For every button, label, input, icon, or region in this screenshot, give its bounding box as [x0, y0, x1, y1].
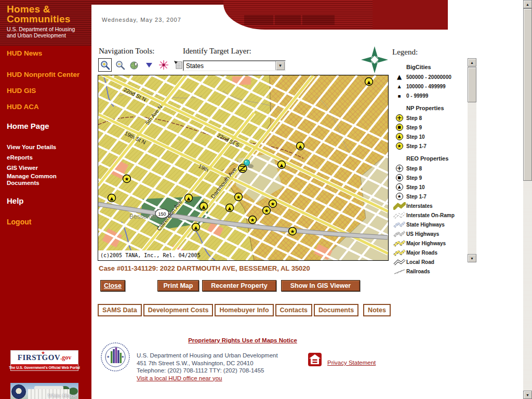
sidebar-item-help[interactable]: Help: [7, 196, 24, 205]
sidebar-item-view-details[interactable]: View Your Details: [7, 144, 72, 151]
railroad-line-icon: [393, 268, 406, 275]
firstgov-logo[interactable]: ★ FIRSTGOV.gov The U.S. Government's Off…: [10, 350, 78, 371]
sidebar-item-manage-docs[interactable]: Manage Common Documents: [7, 173, 72, 187]
tab-homebuyer-info[interactable]: Homebuyer Info: [215, 304, 273, 316]
select-dropdown-button[interactable]: ▼: [275, 61, 285, 70]
sidebar-item-hud-aca[interactable]: HUD ACA: [7, 103, 39, 111]
page-scrollbar-thumb[interactable]: [523, 8, 532, 181]
legend-label: Step 9: [406, 125, 422, 130]
identify-tool[interactable]: [157, 59, 170, 71]
us-highway-line-icon: [393, 230, 406, 238]
legend-label: Major Roads: [406, 250, 437, 256]
svg-text:★: ★: [236, 194, 241, 200]
visit-hud-office-link[interactable]: Visit a local HUD office near you: [137, 375, 222, 381]
sidebar-item-hud-news[interactable]: HUD News: [7, 49, 42, 57]
legend-label: Step 10: [406, 184, 425, 190]
tab-documents[interactable]: Documents: [314, 304, 358, 316]
layer-dropdown-tool[interactable]: [143, 59, 155, 71]
onramp-line-icon: [393, 211, 406, 219]
map-canvas: 150 22nd St N 22nd St S 19th St N 19th 5…: [98, 75, 388, 260]
sidebar: Homes & Communities U.S. Department of H…: [0, 0, 91, 399]
svg-text:★: ★: [125, 176, 129, 182]
sidebar-item-hud-gis[interactable]: HUD GIS: [7, 87, 36, 95]
major-highway-line-icon: [393, 240, 406, 247]
current-date: Wednesday, May 23, 2007: [102, 17, 181, 23]
legend-scroll-up-icon[interactable]: ▲: [468, 58, 476, 66]
target-layer-select[interactable]: States ▼: [183, 60, 286, 71]
bigcity-small-icon: ▲: [397, 84, 401, 89]
site-logo[interactable]: Homes & Communities U.S. Department of H…: [0, 0, 91, 46]
reo-plus-icon: +: [396, 165, 402, 171]
zoom-in-tool[interactable]: [98, 58, 112, 72]
legend-label: 0 - 99999: [406, 93, 428, 99]
legend-label: Interstate On-Ramp: [406, 212, 455, 218]
privacy-statement-link[interactable]: Privacy Statement: [327, 360, 376, 366]
reo-square-icon: ■: [397, 176, 401, 180]
header-strip: [91, 0, 231, 5]
recenter-property-button[interactable]: Recenter Property: [202, 280, 276, 291]
reo-triangle-icon: ▲: [397, 185, 401, 189]
svg-text:(c)2005 TANA, Inc., Rel. 04/20: (c)2005 TANA, Inc., Rel. 04/2005: [100, 252, 201, 258]
sidebar-item-gis-viewer[interactable]: GIS Viewer: [7, 165, 72, 171]
case-title: Case #011-341129: 2022 DARTMOUTH AVE, BE…: [99, 264, 310, 272]
legend-scrollbar[interactable]: ▲ ▼: [468, 58, 476, 262]
legend-label: 500000 - 20000000: [406, 74, 451, 80]
legend-label: US Highways: [406, 231, 439, 237]
pan-tool[interactable]: [128, 59, 141, 71]
svg-text:★: ★: [271, 201, 275, 207]
header-nav-placeholder-1[interactable]: [244, 15, 273, 25]
hud-address-block: U.S. Department of Housing and Urban Dev…: [137, 352, 278, 382]
tab-development-costs[interactable]: Development Costs: [143, 304, 214, 316]
notepad-icon: [173, 60, 183, 70]
svg-text:▲: ▲: [367, 79, 371, 85]
svg-text:▲: ▲: [110, 196, 114, 201]
legend-scrollbar-thumb[interactable]: [468, 67, 476, 102]
dept-line-3: Telephone: (202) 708-1112 TTY: (202) 708…: [137, 367, 278, 375]
identify-starburst-icon: [158, 60, 169, 70]
svg-text:▲: ▲: [299, 144, 302, 149]
header-nav-placeholder-3[interactable]: [302, 15, 335, 25]
page-scroll-down-icon[interactable]: ▼: [523, 391, 532, 399]
navigation-toolbar: [98, 58, 184, 72]
legend-header: BigCities: [406, 64, 431, 70]
svg-text:★: ★: [250, 217, 255, 223]
svg-text:▲: ▲: [202, 204, 206, 209]
tab-contacts[interactable]: Contacts: [275, 304, 312, 316]
tab-notes[interactable]: Notes: [363, 304, 391, 316]
legend-label: Step 10: [406, 134, 425, 140]
zoom-out-icon: [115, 60, 125, 70]
map-viewport[interactable]: 150 22nd St N 22nd St S 19th St N 19th 5…: [98, 75, 389, 261]
whitehouse-link-image[interactable]: White House: [10, 383, 78, 399]
sidebar-item-hud-nonprofit[interactable]: HUD Nonprofit Center: [7, 71, 79, 78]
svg-text:Bessemer: Bessemer: [129, 213, 157, 220]
zoom-in-icon: [100, 60, 110, 70]
sidebar-item-ereports[interactable]: eReports: [7, 154, 72, 161]
zoom-out-tool[interactable]: [114, 59, 126, 71]
np-plus-icon: +: [396, 115, 402, 121]
close-button[interactable]: Close: [100, 280, 125, 291]
header-nav-placeholder-2[interactable]: [275, 15, 301, 25]
tab-sams-data[interactable]: SAMS Data: [98, 304, 142, 316]
identify-layer-label: Identify Target Layer:: [183, 47, 251, 56]
navigation-tools-label: Navigation Tools:: [99, 47, 154, 56]
interstate-line-icon: [393, 202, 406, 210]
legend-label: Step 8: [406, 166, 422, 171]
legend-scroll-down-icon[interactable]: ▼: [468, 254, 476, 262]
logo-subtitle: U.S. Department of Housingand Urban Deve…: [7, 26, 85, 38]
local-road-line-icon: [393, 258, 406, 266]
svg-text:▲: ▲: [194, 225, 198, 230]
sidebar-item-logout[interactable]: Logout: [7, 218, 31, 226]
legend-label: Step 1-7: [406, 143, 427, 149]
hud-seal-logo: ★ ★: [100, 342, 130, 372]
show-in-gis-viewer-button[interactable]: Show In GIS Viewer: [281, 280, 360, 291]
legend-label: Step 9: [406, 175, 422, 181]
page-scrollbar[interactable]: ▲ ▼: [523, 0, 532, 399]
page-scroll-up-icon[interactable]: ▲: [523, 0, 532, 8]
svg-text:▲: ▲: [187, 196, 191, 201]
dept-line-2: 451 7th Street S.W., Washington, DC 2041…: [137, 360, 278, 367]
print-map-button[interactable]: Print Map: [157, 280, 199, 291]
sidebar-item-home-page[interactable]: Home Page: [7, 122, 49, 130]
maps-notice-link[interactable]: Proprietary Rights Use of Maps Notice: [188, 337, 297, 343]
legend-label: Local Road: [406, 259, 434, 265]
logo-line2: Communities: [7, 14, 91, 24]
